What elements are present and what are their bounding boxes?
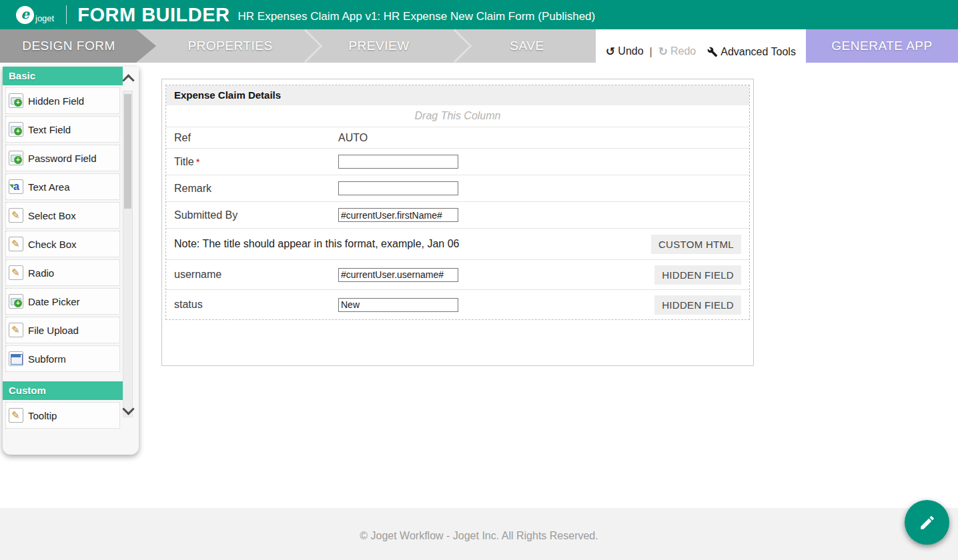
scroll-up-icon[interactable] [122,74,134,86]
input-add-icon [9,151,23,165]
header-divider [66,5,67,24]
pencil-icon [9,265,23,280]
tab-preview[interactable]: PREVIEW [312,29,446,63]
drag-column-hint[interactable]: Drag This Column [166,105,749,127]
scrollbar-track[interactable] [123,91,133,417]
palette-item-select-box[interactable]: Select Box [5,202,120,229]
palette-item-subform[interactable]: Subform [5,345,120,372]
palette-item-label: Subform [28,353,66,365]
form-row-username[interactable]: username HIDDEN FIELD [166,259,749,289]
undo-button[interactable]: ↺ Undo [606,45,644,58]
page-footer: © Joget Workflow - Joget Inc. All Rights… [0,508,958,560]
tab-design-form[interactable]: DESIGN FORM [0,29,156,63]
scrollbar-thumb[interactable] [124,94,131,209]
pencil-icon [9,208,23,223]
field-label: Submitted By [166,209,338,221]
input-add-icon [9,122,23,137]
palette-item-label: Date Picker [28,296,80,307]
tab-save[interactable]: SAVE [460,29,594,63]
palette-item-label: Tooltip [28,410,57,421]
form-row-submitted-by[interactable]: Submitted By [166,201,749,228]
palette-item-file-upload[interactable]: File Upload [5,317,120,343]
element-type-badge: HIDDEN FIELD [654,295,741,315]
edit-fab-button[interactable] [905,500,949,545]
palette-item-tooltip[interactable]: Tooltip [5,402,120,429]
palette-item-label: Check Box [28,239,77,250]
palette-item-text-field[interactable]: Text Field [5,116,120,143]
form-section: Expense Claim Details Drag This Column R… [165,85,750,320]
edit-toolbar: ↺ Undo | ↻ Redo Advanced Tools [596,29,806,63]
username-input[interactable] [338,268,458,282]
element-palette: Basic Hidden Field Text Field Password F… [3,67,139,455]
palette-section-custom[interactable]: Custom [3,381,123,400]
advanced-tools-label: Advanced Tools [721,46,796,58]
redo-icon: ↻ [658,45,668,58]
pencil-icon [919,514,936,531]
form-row-custom-html[interactable]: Note: The title should appear in this fo… [166,228,749,259]
joget-logo: e joget [16,6,54,24]
palette-item-label: Radio [28,267,54,279]
generate-app-button[interactable]: GENERATE APP [806,29,958,63]
redo-label: Redo [670,45,696,57]
field-label: Title [174,156,194,167]
field-value: AUTO [338,132,368,144]
status-input[interactable] [338,298,458,312]
palette-item-date-picker[interactable]: Date Picker [5,288,120,315]
tab-properties[interactable]: PROPERTIES [160,29,300,63]
field-label: username [166,269,338,281]
copyright-text: © Joget Workflow - Joget Inc. All Rights… [360,530,598,542]
advanced-tools-button[interactable]: Advanced Tools [707,46,796,58]
form-row-ref[interactable]: Ref AUTO [166,127,749,148]
palette-item-label: File Upload [28,325,79,336]
palette-item-label: Password Field [28,153,97,164]
palette-item-label: Hidden Field [28,95,84,107]
pencil-icon [9,323,23,337]
palette-item-label: Select Box [28,210,76,221]
textarea-icon [9,179,23,194]
redo-button[interactable]: ↻ Redo [658,45,696,58]
element-type-badge: HIDDEN FIELD [654,265,741,285]
field-label: Remark [166,183,338,195]
palette-section-basic[interactable]: Basic [3,67,123,85]
app-header: e joget FORM BUILDER HR Expenses Claim A… [0,0,958,29]
palette-scrollbar [123,72,135,445]
form-row-status[interactable]: status HIDDEN FIELD [166,289,749,319]
wrench-icon [707,47,718,57]
palette-item-check-box[interactable]: Check Box [5,231,120,257]
field-label: status [166,299,338,311]
form-design-canvas: Expense Claim Details Drag This Column R… [161,79,754,366]
palette-item-hidden-field[interactable]: Hidden Field [5,87,120,114]
remark-input[interactable] [338,181,458,195]
input-add-icon [9,93,23,108]
palette-item-text-area[interactable]: Text Area [5,173,120,200]
joget-logo-icon: e [16,6,34,24]
form-row-title[interactable]: Title* [166,148,749,175]
palette-item-label: Text Area [28,181,70,193]
pencil-icon [9,408,23,423]
required-marker: * [196,156,200,167]
builder-tab-bar: DESIGN FORM PROPERTIES PREVIEW SAVE ↺ Un… [0,29,958,63]
element-type-badge: CUSTOM HTML [651,235,741,254]
page-title: FORM BUILDER [77,4,229,26]
window-icon [9,351,23,366]
input-add-icon [9,294,23,309]
submitted-by-input[interactable] [338,208,458,222]
form-row-remark[interactable]: Remark [166,175,749,201]
pencil-icon [9,237,23,251]
brand-name: joget [35,13,54,23]
title-input[interactable] [338,155,458,169]
undo-icon: ↺ [606,45,615,58]
palette-item-password-field[interactable]: Password Field [5,145,120,171]
toolbar-separator: | [650,46,652,58]
field-label: Ref [166,132,338,144]
form-subtitle: HR Expenses Claim App v1: HR Expense New… [238,10,596,23]
note-text: Note: The title should appear in this fo… [166,238,460,250]
section-title[interactable]: Expense Claim Details [166,85,749,105]
undo-label: Undo [618,45,643,57]
palette-item-label: Text Field [28,124,71,135]
palette-item-radio[interactable]: Radio [5,259,120,286]
